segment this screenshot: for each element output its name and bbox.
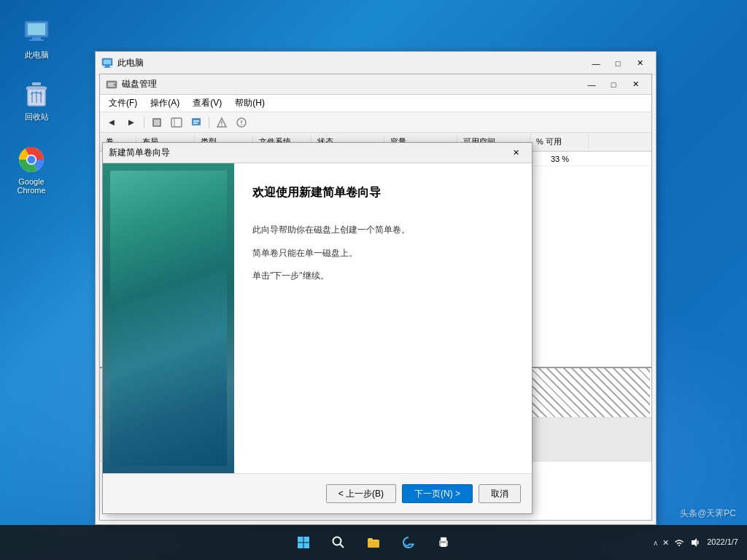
svg-point-29 <box>221 125 222 126</box>
search-button[interactable] <box>324 528 353 557</box>
explorer-button[interactable] <box>359 528 388 557</box>
wizard-footer: < 上一步(B) 下一页(N) > 取消 <box>103 473 532 513</box>
folder-icon <box>367 536 380 549</box>
svg-rect-6 <box>32 82 41 85</box>
wizard-text-3: 单击"下一步"继续。 <box>252 268 514 284</box>
svg-rect-2 <box>32 37 41 39</box>
wizard-heading: 欢迎使用新建简单卷向导 <box>252 185 514 201</box>
taskbar-center <box>289 528 458 557</box>
watermark: 头条@天霁PC <box>680 508 736 520</box>
row-pct: 33 % <box>545 152 603 166</box>
svg-line-38 <box>340 544 344 548</box>
tray-close[interactable]: ✕ <box>662 538 669 548</box>
this-pc-icon <box>22 18 51 47</box>
svg-rect-36 <box>304 543 310 549</box>
menu-view[interactable]: 查看(V) <box>187 96 228 111</box>
toolbar-btn-2[interactable] <box>168 114 185 131</box>
next-btn[interactable]: 下一页(N) > <box>402 484 473 503</box>
edge-icon <box>402 536 415 549</box>
forward-button[interactable]: ► <box>123 114 140 131</box>
watermark-line1: 头条@天霁PC <box>680 508 736 520</box>
svg-point-19 <box>114 83 116 85</box>
wizard-content: 欢迎使用新建简单卷向导 此向导帮助你在磁盘上创建一个简单卷。 简单卷只能在单一磁… <box>234 163 532 473</box>
svg-rect-3 <box>29 39 44 41</box>
this-pc-label: 此电脑 <box>25 50 49 61</box>
toolbar-separator-2 <box>209 117 209 128</box>
svg-point-37 <box>333 537 341 545</box>
taskbar-right: ∧ ✕ 2022/1/7 <box>653 537 738 548</box>
svg-rect-33 <box>298 537 303 542</box>
main-window-controls: — □ ✕ <box>586 56 650 71</box>
desktop-icon-this-pc[interactable]: 此电脑 <box>11 15 62 63</box>
disk-mgmt-title: 磁盘管理 <box>122 78 157 90</box>
wizard-title: 新建简单卷向导 <box>109 147 170 159</box>
start-button[interactable] <box>289 528 318 557</box>
disk-mgmt-controls: — □ ✕ <box>581 77 646 92</box>
svg-rect-41 <box>441 537 446 541</box>
wizard-text-2: 简单卷只能在单一磁盘上。 <box>252 246 514 262</box>
menu-help[interactable]: 帮助(H) <box>229 96 271 111</box>
svg-rect-34 <box>304 537 310 542</box>
svg-rect-35 <box>298 543 303 549</box>
chrome-label: Google Chrome <box>9 177 54 195</box>
wizard-titlebar: 新建简单卷向导 ✕ <box>103 143 532 163</box>
desktop-icon-chrome[interactable]: Google Chrome <box>6 142 57 198</box>
system-icons: ∧ ✕ <box>653 537 701 548</box>
back-btn[interactable]: < 上一步(B) <box>326 484 396 503</box>
search-icon <box>332 536 345 549</box>
cancel-btn[interactable]: 取消 <box>479 484 521 503</box>
desktop-icon-recycle-bin[interactable]: 回收站 <box>11 77 62 125</box>
recycle-bin-label: 回收站 <box>25 112 49 122</box>
recycle-bin-icon <box>22 79 51 109</box>
svg-rect-1 <box>28 23 45 35</box>
desktop: 此电脑 回收站 <box>0 0 747 560</box>
back-button[interactable]: ◄ <box>103 114 120 131</box>
svg-rect-15 <box>105 66 109 67</box>
inner-close-button[interactable]: ✕ <box>625 77 646 92</box>
toolbar-btn-4[interactable] <box>213 114 231 131</box>
maximize-button[interactable]: □ <box>608 56 628 71</box>
svg-rect-24 <box>192 118 201 125</box>
toolbar-btn-3[interactable] <box>187 114 205 131</box>
toolbar: ◄ ► <box>100 112 651 133</box>
printer-button[interactable] <box>429 528 458 557</box>
disk-mgmt-icon <box>106 79 117 90</box>
printer-icon <box>437 536 450 549</box>
wizard-close-button[interactable]: ✕ <box>506 146 526 160</box>
close-button[interactable]: ✕ <box>630 56 650 71</box>
wizard-sidebar <box>103 163 234 473</box>
svg-point-42 <box>446 542 447 543</box>
svg-rect-21 <box>154 120 160 125</box>
tray-chevron[interactable]: ∧ <box>653 539 658 547</box>
disk-mgmt-titlebar: 磁盘管理 — □ ✕ <box>100 74 651 95</box>
toolbar-separator-1 <box>144 117 144 128</box>
datetime-block[interactable]: 2022/1/7 <box>707 537 738 548</box>
toolbar-btn-5[interactable] <box>233 114 250 131</box>
svg-point-12 <box>28 156 36 164</box>
menu-file[interactable]: 文件(F) <box>103 96 143 111</box>
inner-maximize-button[interactable]: □ <box>603 77 624 92</box>
menu-bar: 文件(F) 操作(A) 查看(V) 帮助(H) <box>100 95 651 112</box>
toolbar-btn-1[interactable] <box>148 114 166 131</box>
edge-button[interactable] <box>394 528 423 557</box>
svg-marker-43 <box>692 538 697 547</box>
col-header-pct: % 可用 <box>530 135 589 149</box>
date-display: 2022/1/7 <box>707 537 738 548</box>
windows-logo-icon <box>297 536 310 549</box>
svg-rect-16 <box>104 67 111 68</box>
this-pc-title-icon <box>101 58 113 69</box>
main-window-titlebar: 此电脑 — □ ✕ <box>96 52 656 75</box>
wizard-body: 欢迎使用新建简单卷向导 此向导帮助你在磁盘上创建一个简单卷。 简单卷只能在单一磁… <box>103 163 532 473</box>
volume-icon[interactable] <box>689 537 701 548</box>
inner-minimize-button[interactable]: — <box>581 77 602 92</box>
taskbar: ∧ ✕ 2022/1/7 <box>0 525 747 560</box>
wizard-text-1: 此向导帮助你在磁盘上创建一个简单卷。 <box>252 222 514 238</box>
main-window-title: 此电脑 <box>117 57 144 69</box>
minimize-button[interactable]: — <box>586 56 606 71</box>
svg-point-32 <box>241 124 242 125</box>
svg-rect-14 <box>104 60 111 64</box>
wifi-icon[interactable] <box>673 537 685 548</box>
menu-action[interactable]: 操作(A) <box>144 96 185 111</box>
svg-rect-40 <box>441 543 446 547</box>
wizard-dialog: 新建简单卷向导 ✕ 欢迎使用新建简单卷向导 此向导帮助你在磁盘上创建一个简单卷。… <box>102 142 533 514</box>
